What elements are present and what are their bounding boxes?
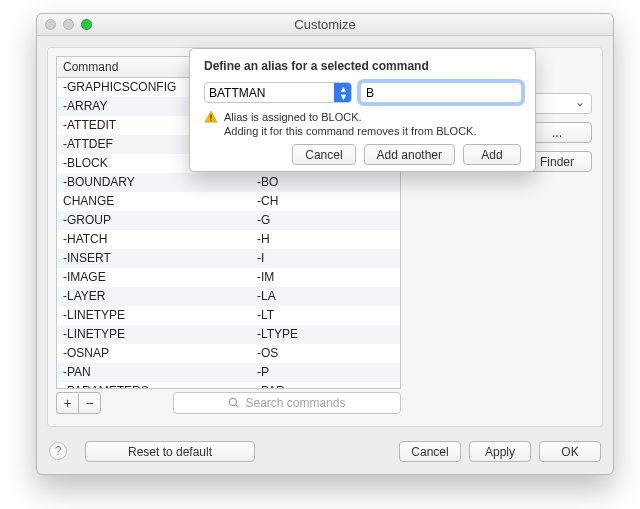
help-button[interactable]: ? [49,442,67,460]
cell-alias: -I [251,249,400,268]
cell-command: CHANGE [57,192,251,211]
popover-add-another-button[interactable]: Add another [364,144,455,165]
warning-icon [204,110,218,124]
cell-alias: -LT [251,306,400,325]
ok-button[interactable]: OK [539,441,601,462]
cell-alias: -G [251,211,400,230]
table-row[interactable]: CHANGE-CH [57,192,400,211]
cell-command: -IMAGE [57,268,251,287]
table-row[interactable]: -LINETYPE-LTYPE [57,325,400,344]
table-row[interactable]: -OSNAP-OS [57,344,400,363]
cell-alias: -IM [251,268,400,287]
table-row[interactable]: -INSERT-I [57,249,400,268]
table-row[interactable]: -HATCH-H [57,230,400,249]
search-icon [228,397,240,409]
table-row[interactable]: -PAN-P [57,363,400,382]
table-row[interactable]: -BOUNDARY-BO [57,173,400,192]
popover-add-button[interactable]: Add [463,144,521,165]
popover-cancel-button[interactable]: Cancel [292,144,355,165]
cell-command: -BOUNDARY [57,173,251,192]
apply-button[interactable]: Apply [469,441,531,462]
window-close-button[interactable] [45,19,56,30]
remove-command-button[interactable]: − [78,392,101,414]
cell-alias: -LTYPE [251,325,400,344]
titlebar: Customize [37,14,613,36]
window-zoom-button[interactable] [81,19,92,30]
cell-command: -GROUP [57,211,251,230]
cell-alias: -P [251,363,400,382]
cell-command: -HATCH [57,230,251,249]
window-title: Customize [294,17,355,32]
search-placeholder: Search commands [245,396,345,410]
table-row[interactable]: -IMAGE-IM [57,268,400,287]
alias-popover: Define an alias for a selected command B… [189,48,536,172]
footer-buttons: Reset to default Cancel Apply OK [77,441,601,462]
cell-command: -PARAMETERS [57,382,251,390]
traffic-lights [45,19,92,30]
cell-alias: -LA [251,287,400,306]
search-input[interactable]: Search commands [173,392,401,414]
cell-command: -OSNAP [57,344,251,363]
command-select: BATTMAN [204,82,352,103]
chevron-updown-icon: ▲▼ [339,85,348,101]
cell-command: -LINETYPE [57,325,251,344]
table-row[interactable]: -PARAMETERS-PAR [57,382,400,390]
svg-rect-1 [210,120,211,121]
cell-alias: -PAR [251,382,400,390]
customize-window: Customize Command -GRAPHICSCONFIG-ARRAY-… [36,13,614,475]
add-remove-group: + − [56,392,101,414]
table-row[interactable]: -LINETYPE-LT [57,306,400,325]
popover-title: Define an alias for a selected command [204,59,521,73]
cell-command: -PAN [57,363,251,382]
reset-button[interactable]: Reset to default [85,441,255,462]
add-command-button[interactable]: + [56,392,78,414]
cell-alias: -OS [251,344,400,363]
cell-alias: -BO [251,173,400,192]
table-row[interactable]: -GROUP-G [57,211,400,230]
cell-command: -LINETYPE [57,306,251,325]
window-minimize-button[interactable] [63,19,74,30]
cancel-button[interactable]: Cancel [399,441,461,462]
svg-rect-0 [210,114,211,118]
warning-text: Alias is assigned to BLOCK. Adding it fo… [224,110,476,138]
cell-alias: -CH [251,192,400,211]
command-select-wrap[interactable]: BATTMAN ▲▼ [204,82,352,103]
alias-input[interactable] [360,82,522,103]
cell-alias: -H [251,230,400,249]
cell-command: -INSERT [57,249,251,268]
table-row[interactable]: -LAYER-LA [57,287,400,306]
cell-command: -LAYER [57,287,251,306]
